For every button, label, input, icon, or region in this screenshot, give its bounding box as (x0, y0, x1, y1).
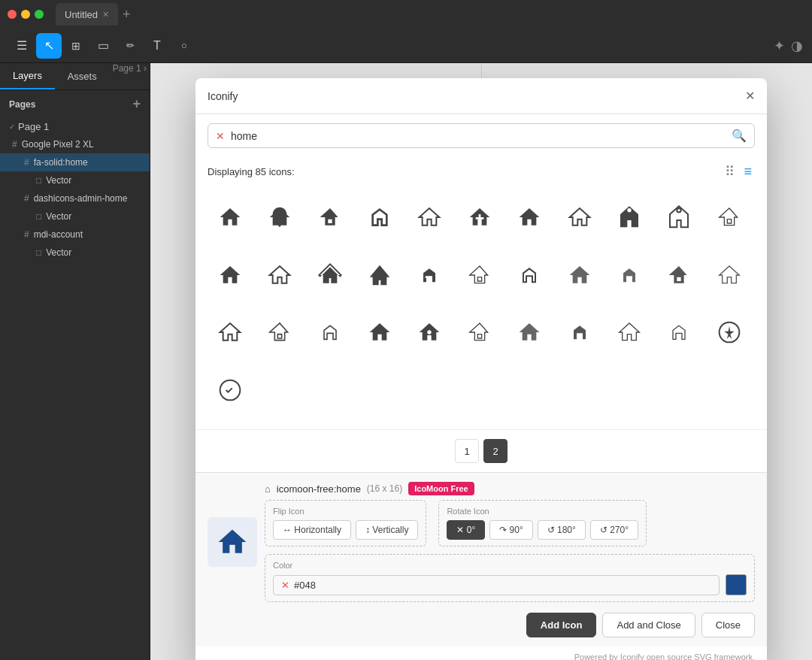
selected-icon-info: ⌂ icomoon-free:home (16 x 16) IcoMoon Fr… (265, 482, 755, 602)
text-tool[interactable]: T (144, 33, 170, 59)
modal-title: Iconify (208, 90, 238, 102)
vector-icon-3: □ (36, 247, 41, 258)
maximize-traffic-light[interactable] (35, 10, 44, 19)
action-row: Add Icon Add and Close Close (208, 610, 755, 637)
layer-vector-3[interactable]: □ Vector (0, 244, 150, 262)
rotate-180-btn[interactable]: ↺ 180° (538, 520, 586, 540)
active-tab[interactable]: Untitled ✕ (56, 3, 118, 26)
rotate-0-btn[interactable]: ✕ 0° (447, 520, 485, 540)
icon-cell[interactable] (457, 253, 502, 298)
layer-name: Vector (46, 247, 71, 258)
vector-icon-2: □ (36, 211, 41, 222)
layer-mdi-account[interactable]: # mdi-account (0, 226, 150, 244)
bottom-panel: ⌂ icomoon-free:home (16 x 16) IcoMoon Fr… (195, 472, 767, 646)
icon-cell[interactable] (257, 253, 302, 298)
icon-cell[interactable] (607, 195, 652, 240)
page-1-btn[interactable]: 1 (455, 439, 479, 463)
new-tab-btn[interactable]: + (123, 7, 131, 23)
icon-cell[interactable] (656, 195, 701, 240)
icon-cell[interactable] (557, 253, 602, 298)
flip-horizontal-btn[interactable]: ↔ Horizontally (273, 520, 351, 540)
layer-vector-2[interactable]: □ Vector (0, 207, 150, 226)
layer-google-pixel[interactable]: # Google Pixel 2 XL (0, 135, 150, 153)
page-indicator: Page 1 › (110, 63, 150, 89)
icon-cell[interactable] (208, 368, 253, 413)
icon-cell[interactable] (507, 310, 552, 355)
toolbar-right: ✦ ◑ (774, 38, 803, 54)
color-clear-btn[interactable]: ✕ (281, 580, 289, 591)
icon-cell[interactable] (308, 253, 353, 298)
search-input[interactable] (231, 130, 726, 142)
icon-cell[interactable] (407, 253, 452, 298)
rotate-90-btn[interactable]: ↷ 90° (489, 520, 532, 540)
icon-cell[interactable] (208, 253, 253, 298)
icon-cell[interactable] (557, 195, 602, 240)
grid-icon[interactable]: ✦ (774, 38, 785, 54)
icon-cell[interactable] (707, 253, 752, 298)
icon-cell[interactable] (707, 195, 752, 240)
svg-point-0 (627, 208, 631, 212)
tab-bar: Untitled ✕ + (56, 3, 131, 26)
shape-tool[interactable]: ▭ (90, 33, 116, 59)
close-btn[interactable]: Close (701, 613, 755, 637)
icon-cell[interactable] (308, 310, 353, 355)
icon-cell[interactable] (607, 310, 652, 355)
page-chevron: ✓ (9, 123, 15, 131)
close-traffic-light[interactable] (8, 10, 17, 19)
svg-rect-2 (426, 276, 428, 278)
icon-cell[interactable] (656, 310, 701, 355)
add-close-btn[interactable]: Add and Close (602, 613, 695, 637)
icon-cell[interactable] (308, 195, 353, 240)
page-item-1[interactable]: ✓ Page 1 (0, 118, 150, 135)
minimize-traffic-light[interactable] (21, 10, 30, 19)
icon-cell[interactable] (457, 310, 502, 355)
modal-close-btn[interactable]: ✕ (745, 89, 755, 103)
icon-cell[interactable] (507, 195, 552, 240)
rotate-btn-group: ✕ 0° ↷ 90° ↺ 180° ↺ 270° (447, 520, 638, 540)
layer-dashicons-home[interactable]: # dashicons-admin-home (0, 189, 150, 207)
add-page-btn[interactable]: + (132, 96, 141, 112)
icon-cell[interactable] (257, 195, 302, 240)
icon-cell[interactable] (208, 310, 253, 355)
layer-fa-solid-home[interactable]: # fa-solid:home (0, 153, 150, 171)
grid-view-btn[interactable]: ⠿ (722, 160, 738, 183)
flip-vertical-btn[interactable]: ↕ Vertically (356, 520, 418, 540)
color-swatch[interactable] (726, 574, 747, 595)
search-bar: ✕ 🔍 (208, 123, 755, 148)
assets-tab-label: Assets (68, 71, 97, 82)
tab-close-btn[interactable]: ✕ (102, 10, 109, 20)
rotate-270-btn[interactable]: ↺ 270° (590, 520, 638, 540)
icon-cell[interactable] (507, 253, 552, 298)
icon-cell[interactable] (357, 195, 402, 240)
icon-cell[interactable] (407, 195, 452, 240)
assets-tab[interactable]: Assets (55, 63, 110, 89)
icon-cell[interactable] (407, 310, 452, 355)
layer-vector-1[interactable]: □ Vector (0, 171, 150, 189)
comment-tool[interactable]: ○ (171, 33, 197, 59)
icon-cell[interactable] (707, 310, 752, 355)
icon-cell[interactable] (607, 253, 652, 298)
modal-header: Iconify ✕ (195, 78, 767, 114)
selected-icon-preview (208, 517, 257, 567)
add-icon-btn[interactable]: Add Icon (526, 613, 597, 637)
page-2-btn[interactable]: 2 (483, 439, 508, 463)
select-tool[interactable]: ↖ (36, 33, 62, 59)
menu-tool[interactable]: ☰ (9, 33, 35, 59)
list-view-btn[interactable]: ≡ (741, 160, 755, 183)
frame-tool[interactable]: ⊞ (63, 33, 89, 59)
icon-cell[interactable] (208, 195, 253, 240)
pen-tool[interactable]: ✏ (117, 33, 143, 59)
icon-cell[interactable] (257, 310, 302, 355)
icon-cell[interactable] (557, 310, 602, 355)
icon-cell[interactable] (357, 310, 402, 355)
layer-name: fa-solid:home (34, 157, 88, 168)
view-buttons: ⠿ ≡ (722, 160, 755, 183)
theme-icon[interactable]: ◑ (791, 38, 803, 54)
search-icon[interactable]: 🔍 (732, 129, 747, 143)
icon-cell[interactable] (357, 253, 402, 298)
icomoon-badge: IcoMoon Free (408, 482, 474, 495)
layers-tab[interactable]: Layers (0, 63, 55, 89)
icon-cell[interactable] (656, 253, 701, 298)
search-clear-btn[interactable]: ✕ (216, 130, 225, 142)
icon-cell[interactable] (457, 195, 502, 240)
